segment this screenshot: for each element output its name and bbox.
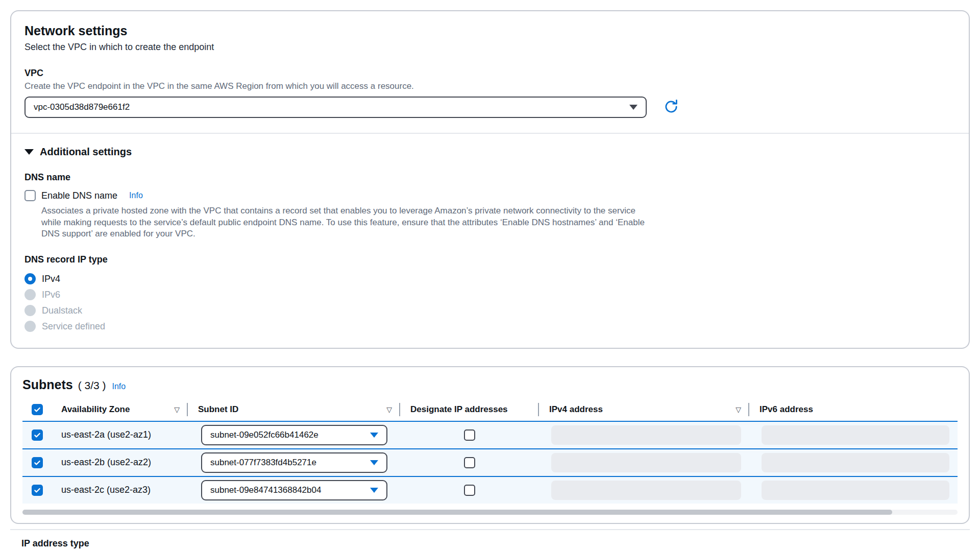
row-checkbox[interactable]	[32, 429, 43, 441]
ipv4-address-input	[551, 453, 741, 472]
subnet-id-select[interactable]: subnet-077f7383fd4b5271e	[201, 452, 387, 473]
designate-ip-checkbox[interactable]	[464, 429, 475, 441]
network-settings-title: Network settings	[24, 23, 955, 38]
subnets-card: Subnets ( 3/3 ) Info Availability Zone ▽	[10, 366, 970, 524]
vpc-select-row: vpc-0305d38d879e661f2	[24, 96, 955, 118]
table-row-subnet-3: us-east-2c (use2-az3) subnet-09e84741368…	[22, 476, 958, 504]
table-row-subnet-1: us-east-2a (use2-az1) subnet-09e052fc66b…	[22, 421, 958, 448]
chevron-down-icon	[629, 105, 638, 110]
dns-name-description: Associates a private hosted zone with th…	[41, 205, 656, 240]
chevron-down-icon	[370, 488, 378, 493]
table-row-subnet-2: us-east-2b (use2-az2) subnet-077f7383fd4…	[22, 448, 958, 476]
ipv6-address-input	[762, 425, 949, 445]
radio-button-service-defined	[24, 321, 36, 332]
availability-zone-value: us-east-2c (use2-az3)	[61, 485, 151, 495]
ipv6-address-input	[762, 453, 949, 472]
radio-option-dualstack: Dualstack	[24, 303, 955, 319]
radio-button-ipv6	[24, 289, 36, 300]
vpc-select[interactable]: vpc-0305d38d879e661f2	[24, 97, 647, 118]
radio-option-ipv6: IPv6	[24, 287, 955, 303]
ip-address-type-section: IP address type IPv4 IPv6 Dualstack	[21, 538, 980, 550]
scrollbar-thumb[interactable]	[22, 510, 892, 515]
network-settings-subtitle: Select the VPC in which to create the en…	[24, 42, 955, 53]
radio-option-ipv4: IPv4	[24, 271, 955, 287]
sort-icon[interactable]: ▽	[174, 405, 180, 414]
ip-address-type-label: IP address type	[21, 538, 980, 549]
dns-name-label: DNS name	[24, 172, 955, 183]
vpc-label: VPC	[24, 68, 955, 79]
vpc-select-value: vpc-0305d38d879e661f2	[34, 102, 130, 112]
dns-name-info-link[interactable]: Info	[129, 191, 143, 200]
designate-ip-checkbox[interactable]	[464, 457, 475, 468]
dns-record-ip-type-label: DNS record IP type	[24, 254, 955, 265]
subnet-id-select[interactable]: subnet-09e84741368842b04	[201, 480, 387, 500]
select-all-checkbox[interactable]	[32, 404, 43, 415]
sort-icon[interactable]: ▽	[736, 405, 741, 414]
subnets-info-link[interactable]: Info	[112, 382, 126, 391]
chevron-down-icon	[370, 460, 378, 465]
subnet-id-select[interactable]: subnet-09e052fc66b41462e	[201, 425, 387, 445]
network-settings-card: Network settings Select the VPC in which…	[10, 10, 970, 349]
subnets-count: ( 3/3 )	[78, 379, 106, 392]
column-header-ipv6-address: IPv6 address	[749, 398, 958, 421]
additional-settings-expander[interactable]: Additional settings	[24, 146, 955, 158]
ipv4-address-input	[551, 425, 741, 445]
check-icon	[33, 405, 41, 414]
chevron-down-icon	[370, 433, 378, 438]
check-icon	[33, 459, 41, 467]
subnets-table-header: Availability Zone ▽ Subnet ID ▽ Designat…	[22, 398, 958, 421]
horizontal-scrollbar[interactable]	[22, 510, 958, 515]
radio-option-service-defined: Service defined	[24, 319, 955, 334]
check-icon	[33, 486, 41, 494]
refresh-button[interactable]	[660, 96, 682, 118]
column-header-designate-ip: Designate IP addresses	[400, 398, 539, 421]
enable-dns-name-checkbox-label: Enable DNS name	[41, 190, 117, 201]
subnets-header: Subnets ( 3/3 ) Info	[22, 377, 958, 392]
sort-icon[interactable]: ▽	[386, 405, 392, 414]
vpc-description: Create the VPC endpoint in the VPC in th…	[24, 81, 955, 91]
enable-dns-name-row: Enable DNS name Info	[24, 190, 955, 201]
ipv4-address-input	[551, 481, 741, 500]
subnets-table: Availability Zone ▽ Subnet ID ▽ Designat…	[22, 398, 958, 515]
chevron-down-icon	[24, 149, 34, 155]
enable-dns-name-checkbox[interactable]	[24, 190, 36, 201]
row-checkbox[interactable]	[32, 457, 43, 468]
column-header-ipv4-address[interactable]: IPv4 address ▽	[539, 398, 749, 421]
column-header-subnet-id[interactable]: Subnet ID ▽	[188, 398, 400, 421]
dns-record-ip-type-group: IPv4 IPv6 Dualstack Service defined	[24, 271, 955, 334]
radio-button-ipv4[interactable]	[24, 273, 36, 284]
section-divider	[10, 529, 970, 530]
subnets-title: Subnets	[22, 377, 73, 392]
designate-ip-checkbox[interactable]	[464, 485, 475, 496]
availability-zone-value: us-east-2b (use2-az2)	[61, 457, 151, 468]
refresh-icon	[663, 99, 679, 116]
vpc-endpoint-settings-page: Network settings Select the VPC in which…	[0, 0, 980, 550]
availability-zone-value: us-east-2a (use2-az1)	[61, 429, 151, 440]
ipv6-address-input	[762, 481, 949, 500]
section-divider	[11, 133, 969, 134]
row-checkbox[interactable]	[32, 485, 43, 496]
additional-settings-label: Additional settings	[40, 146, 132, 158]
check-icon	[33, 431, 41, 439]
column-header-availability-zone[interactable]: Availability Zone ▽	[51, 398, 188, 421]
radio-button-dualstack	[24, 305, 36, 316]
